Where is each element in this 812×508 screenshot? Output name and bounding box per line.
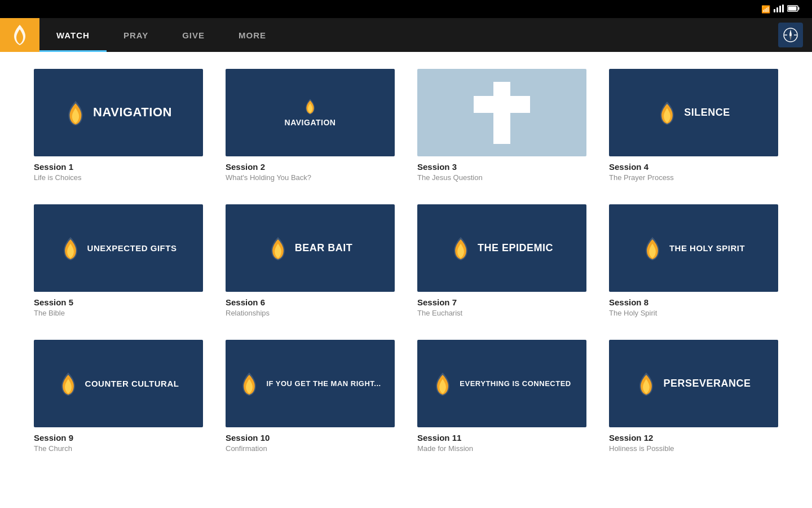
session-number: Session 6: [226, 297, 395, 307]
nav-tab-more[interactable]: MORE: [222, 18, 283, 52]
session-thumbnail: PERSEVERANCE: [609, 340, 778, 427]
svg-rect-14: [474, 96, 530, 113]
thumbnail-label: PERSEVERANCE: [663, 378, 751, 390]
nav-bar: WATCH PRAY GIVE MORE: [0, 18, 812, 52]
app-flame-icon: [10, 24, 30, 46]
session-title: The Church: [34, 444, 203, 453]
nav-tabs: WATCH PRAY GIVE MORE: [39, 18, 778, 52]
session-number: Session 4: [609, 162, 778, 172]
app-logo[interactable]: [0, 18, 39, 52]
session-thumbnail: IF YOU GET THE MAN RIGHT...: [226, 340, 395, 427]
svg-rect-1: [776, 7, 778, 12]
session-number: Session 3: [417, 162, 586, 172]
session-title: The Prayer Process: [609, 173, 778, 182]
session-card-7[interactable]: THE EPIDEMIC Session 7 The Eucharist: [417, 204, 586, 317]
compass-button[interactable]: [778, 23, 803, 47]
thumbnail-label: SILENCE: [684, 107, 730, 119]
status-bar: 📶: [0, 0, 812, 18]
thumbnail-label: UNEXPECTED GIFTS: [87, 243, 177, 253]
sessions-grid: NAVIGATION Session 1 Life is Choices NAV…: [34, 69, 778, 453]
session-thumbnail: THE HOLY SPIRIT: [609, 204, 778, 292]
battery-icon: [787, 5, 800, 14]
svg-rect-5: [788, 6, 797, 10]
session-title: The Bible: [34, 309, 203, 317]
nav-tab-watch[interactable]: WATCH: [39, 18, 107, 52]
session-thumbnail: SILENCE: [609, 69, 778, 156]
session-title: Relationships: [226, 309, 395, 317]
session-title: Confirmation: [226, 444, 395, 453]
session-number: Session 7: [417, 297, 586, 307]
thumbnail-label: IF YOU GET THE MAN RIGHT...: [266, 379, 381, 388]
session-number: Session 11: [417, 433, 586, 443]
wifi-icon: 📶: [761, 5, 770, 14]
session-thumbnail: [417, 69, 586, 156]
session-title: The Holy Spirit: [609, 309, 778, 317]
nav-tab-pray[interactable]: PRAY: [107, 18, 165, 52]
status-icons: 📶: [761, 5, 803, 14]
session-number: Session 1: [34, 162, 203, 172]
thumbnail-label: EVERYTHING IS CONNECTED: [460, 379, 571, 388]
svg-marker-9: [789, 36, 792, 41]
session-number: Session 8: [609, 297, 778, 307]
session-number: Session 5: [34, 297, 203, 307]
signal-icon: [774, 5, 784, 14]
session-card-6[interactable]: BEAR BAIT Session 6 Relationships: [226, 204, 395, 317]
svg-rect-0: [774, 9, 775, 12]
session-card-12[interactable]: PERSEVERANCE Session 12 Holiness is Poss…: [609, 340, 778, 453]
session-title: Made for Mission: [417, 444, 586, 453]
session-thumbnail: BEAR BAIT: [226, 204, 395, 292]
session-thumbnail: THE EPIDEMIC: [417, 204, 586, 292]
session-title: What's Holding You Back?: [226, 173, 395, 182]
session-card-11[interactable]: EVERYTHING IS CONNECTED Session 11 Made …: [417, 340, 586, 453]
session-title: The Jesus Question: [417, 173, 586, 182]
session-card-3[interactable]: Session 3 The Jesus Question: [417, 69, 586, 182]
thumbnail-label: THE EPIDEMIC: [478, 242, 553, 255]
svg-point-10: [789, 34, 792, 36]
session-thumbnail: NAVIGATION: [34, 69, 203, 156]
session-card-5[interactable]: UNEXPECTED GIFTS Session 5 The Bible: [34, 204, 203, 317]
thumbnail-label: BEAR BAIT: [295, 242, 353, 255]
thumbnail-label: NAVIGATION: [285, 118, 336, 128]
content-area: NAVIGATION Session 1 Life is Choices NAV…: [0, 52, 812, 508]
session-number: Session 9: [34, 433, 203, 443]
session-thumbnail: COUNTER CULTURAL: [34, 340, 203, 427]
nav-tab-give[interactable]: GIVE: [165, 18, 222, 52]
svg-rect-2: [779, 6, 781, 12]
session-card-2[interactable]: NAVIGATION Session 2 What's Holding You …: [226, 69, 395, 182]
session-card-10[interactable]: IF YOU GET THE MAN RIGHT... Session 10 C…: [226, 340, 395, 453]
svg-rect-3: [782, 5, 784, 12]
compass-icon: [783, 27, 798, 43]
svg-rect-6: [798, 7, 800, 10]
thumbnail-label: NAVIGATION: [93, 105, 172, 120]
session-title: The Eucharist: [417, 309, 586, 317]
session-thumbnail: NAVIGATION: [226, 69, 395, 156]
svg-marker-8: [789, 29, 792, 34]
session-number: Session 12: [609, 433, 778, 443]
thumbnail-label: COUNTER CULTURAL: [85, 379, 179, 389]
session-card-1[interactable]: NAVIGATION Session 1 Life is Choices: [34, 69, 203, 182]
session-card-8[interactable]: THE HOLY SPIRIT Session 8 The Holy Spiri…: [609, 204, 778, 317]
nav-right: [778, 23, 803, 47]
session-thumbnail: EVERYTHING IS CONNECTED: [417, 340, 586, 427]
thumbnail-label: THE HOLY SPIRIT: [669, 243, 745, 253]
session-thumbnail: UNEXPECTED GIFTS: [34, 204, 203, 292]
session-title: Life is Choices: [34, 173, 203, 182]
session-number: Session 2: [226, 162, 395, 172]
session-number: Session 10: [226, 433, 395, 443]
session-card-4[interactable]: SILENCE Session 4 The Prayer Process: [609, 69, 778, 182]
session-title: Holiness is Possible: [609, 444, 778, 453]
session-card-9[interactable]: COUNTER CULTURAL Session 9 The Church: [34, 340, 203, 453]
